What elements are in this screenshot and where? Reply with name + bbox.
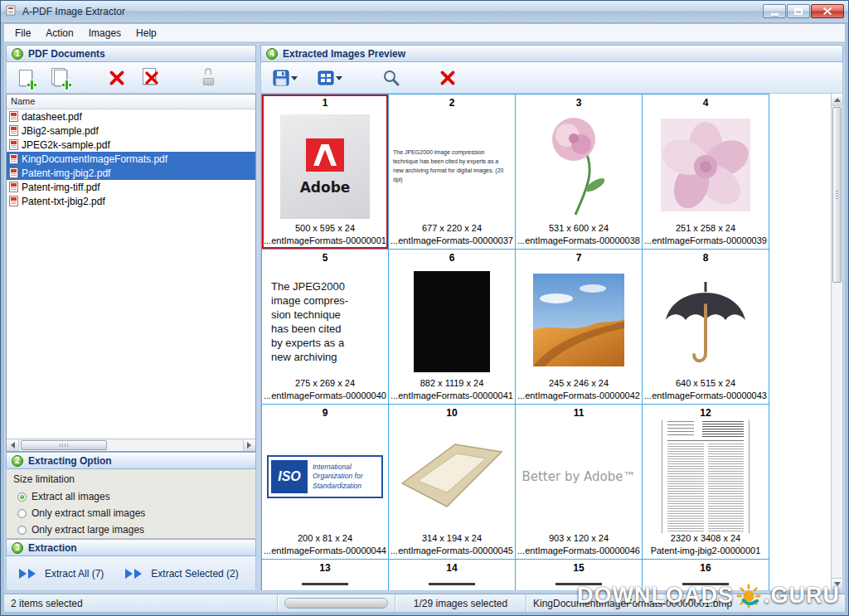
thumbnail-cell-6[interactable]: 6882 x 1119 x 24...entImageFormats-00000… (389, 250, 516, 405)
dropdown-arrow-icon[interactable] (291, 76, 298, 84)
maximize-button[interactable] (787, 4, 810, 18)
save-image-button[interactable] (268, 65, 303, 90)
thumbnail-number: 13 (319, 562, 330, 575)
thumbnail-image: The JPEG2000 image compres- sion techniq… (262, 265, 388, 378)
scroll-up-button[interactable] (832, 94, 842, 106)
thumbnail-dimensions: 677 x 220 x 24 (422, 223, 482, 235)
size-limitation-option[interactable]: Only extract small images (13, 505, 249, 521)
thumbnail-filename: ...entImageFormats-00000041 (391, 390, 513, 404)
thumbnail-dimensions: 2320 x 3408 x 24 (671, 533, 740, 546)
menu-item-help[interactable]: Help (129, 25, 164, 41)
status-progress (278, 594, 395, 612)
menu-item-file[interactable]: File (7, 25, 38, 41)
size-limitation-option[interactable]: Only extract large images (13, 521, 249, 538)
thumbnail-cell-11[interactable]: 11Better by Adobe™903 x 120 x 24...entIm… (516, 405, 643, 560)
watermark-text-guru: .GURU (764, 583, 840, 609)
menu-item-action[interactable]: Action (38, 25, 80, 41)
pdf-file-row[interactable]: Patent-img-tiff.pdf (7, 180, 255, 194)
pdf-file-name: Patent-txt-jbig2.pdf (22, 196, 105, 207)
add-pdf-button[interactable] (13, 65, 38, 90)
thumbnail-filename: ...entImageFormats-00000042 (517, 390, 640, 404)
thumbnail-filename: ...entImageFormats-00000043 (644, 390, 767, 404)
save-icon (273, 70, 289, 86)
pdf-file-list: Name datasheet.pdfJBig2-sample.pdfJPEG2k… (6, 94, 256, 452)
hscroll-thumb[interactable] (21, 440, 107, 450)
iso-logo: ISOInternational Organization for Standa… (267, 455, 383, 498)
thumbnail-image: ISOInternational Organization for Standa… (262, 420, 388, 533)
dropdown-arrow-icon[interactable] (336, 76, 342, 84)
size-limitation-option[interactable]: Extract all images (13, 488, 249, 505)
thumbnail-cell-5[interactable]: 5The JPEG2000 image compres- sion techni… (262, 250, 389, 405)
pdf-file-icon (9, 153, 18, 164)
pdf-file-row[interactable]: JPEG2k-sample.pdf (7, 138, 255, 152)
add-folder-button[interactable] (48, 65, 73, 90)
pdf-file-row[interactable]: datasheet.pdf (7, 109, 255, 124)
radio-button-icon[interactable] (17, 509, 27, 518)
thumbnail-number: 11 (574, 407, 585, 420)
extract-all-button[interactable]: Extract All (7) (12, 564, 111, 584)
file-list-hscrollbar[interactable] (7, 439, 255, 451)
thumbnail-cell-8[interactable]: 8640 x 515 x 24...entImageFormats-000000… (643, 250, 769, 405)
scroll-right-button[interactable] (243, 439, 255, 451)
extract-selected-button[interactable]: Extract Selected (2) (118, 564, 245, 584)
vscroll-thumb[interactable] (832, 107, 842, 283)
thumbnail-cell-2[interactable]: 2The JPEG2000 image compression techniqu… (389, 95, 516, 250)
thumbnail-number: 6 (449, 252, 455, 265)
patent-document-page (662, 420, 750, 533)
thumbnail-cell-14[interactable]: 14 (389, 560, 516, 591)
downloads-guru-watermark: DOWNLOADS .GURU (577, 583, 840, 609)
clipped-thumbnail-top (302, 583, 348, 585)
jpeg2000-paragraph-text: The JPEG2000 image compression technique… (393, 148, 511, 184)
progress-bar (284, 598, 388, 609)
radio-button-icon[interactable] (17, 492, 27, 502)
menu-item-images[interactable]: Images (81, 25, 129, 41)
scroll-left-button[interactable] (7, 439, 19, 451)
radio-button-icon[interactable] (17, 526, 27, 535)
thumbnail-number: 4 (703, 97, 709, 110)
zoom-button[interactable] (379, 65, 404, 90)
thumbnail-cell-4[interactable]: 4251 x 258 x 24...entImageFormats-000000… (643, 95, 769, 250)
title-bar[interactable]: A-PDF Image Extractor (1, 1, 848, 23)
thumbnail-cell-1[interactable]: 1Adobe500 x 595 x 24...entImageFormats-0… (262, 95, 389, 250)
thumbnail-number: 3 (576, 97, 582, 110)
status-images-selected: 1/29 images selected (395, 594, 526, 612)
pdf-file-row[interactable]: KingDocumentImageFormats.pdf (7, 152, 255, 166)
preview-panel: 4 Extracted Images Preview (260, 45, 843, 591)
thumbnail-cell-7[interactable]: 7245 x 246 x 24...entImageFormats-000000… (516, 250, 643, 405)
thumbnail-cell-3[interactable]: 3531 x 600 x 24...entImageFormats-000000… (516, 95, 643, 250)
thumbnail-cell-13[interactable]: 13 (262, 560, 389, 591)
pdf-file-row[interactable]: Patent-txt-jbig2.pdf (7, 194, 255, 208)
name-column-header[interactable]: Name (7, 95, 255, 109)
thumbnail-cell-9[interactable]: 9ISOInternational Organization for Stand… (262, 405, 389, 560)
preview-toolbar (260, 62, 843, 94)
thumbnail-dimensions: 245 x 246 x 24 (549, 378, 609, 390)
thumbnail-number: 1 (323, 97, 328, 110)
remove-all-button[interactable] (139, 65, 164, 90)
extraction-actions: Extract All (7) Extract Selected (2) (6, 556, 256, 591)
extraction-title: Extraction (28, 542, 77, 554)
pdf-file-row[interactable]: JBig2-sample.pdf (7, 124, 255, 138)
pdf-file-row[interactable]: Patent-img-jbig2.pdf (7, 166, 255, 180)
thumbnail-filename: ...entImageFormats-00000001 (264, 235, 386, 249)
pdf-file-icon (9, 196, 18, 206)
save-all-images-button[interactable] (313, 65, 347, 90)
extracting-option-title: Extracting Option (28, 455, 112, 467)
thumbnail-cell-10[interactable]: 10314 x 194 x 24...entImageFormats-00000… (389, 405, 516, 560)
fast-forward-icon (19, 569, 41, 579)
minimize-button[interactable] (763, 4, 786, 18)
thumbnail-cell-12[interactable]: 122320 x 3408 x 24Patent-img-jbig2-00000… (643, 405, 769, 560)
thumbnail-image: The JPEG2000 image compression technique… (389, 110, 515, 223)
preview-vscrollbar[interactable] (831, 94, 842, 590)
pdf-file-name: JBig2-sample.pdf (22, 125, 99, 137)
thumbnail-image: Adobe (262, 110, 388, 223)
pdf-file-name: KingDocumentImageFormats.pdf (22, 153, 167, 165)
window-title: A-PDF Image Extractor (22, 6, 125, 17)
thumbnail-dimensions: 275 x 269 x 24 (295, 378, 355, 390)
thumbnail-image: Better by Adobe™ (516, 420, 642, 533)
pdf-file-name: datasheet.pdf (22, 111, 82, 123)
remove-pdf-button[interactable] (104, 65, 129, 90)
thumbnail-image (516, 110, 642, 223)
lock-button[interactable] (196, 65, 221, 90)
delete-image-button[interactable] (435, 65, 460, 90)
close-button[interactable] (811, 4, 844, 18)
